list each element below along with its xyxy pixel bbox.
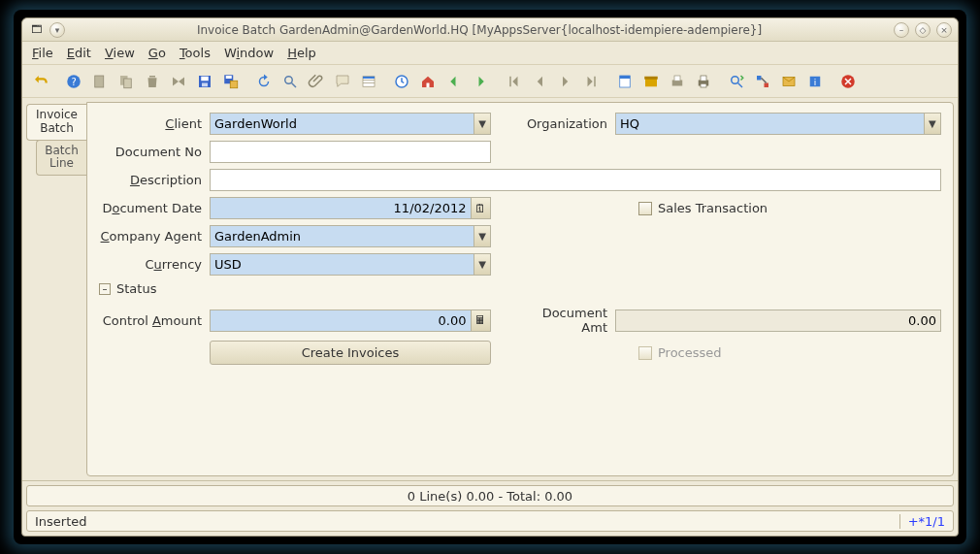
svg-rect-18: [427, 82, 430, 87]
companyagent-input[interactable]: [211, 226, 474, 246]
side-tabs: Invoice Batch Batch Line: [26, 102, 86, 476]
currency-input[interactable]: [211, 254, 474, 275]
svg-line-29: [738, 82, 743, 87]
content-area: Invoice Batch Batch Line Client ▼ Organi…: [22, 98, 958, 480]
organization-field[interactable]: ▼: [615, 113, 941, 135]
svg-rect-6: [201, 76, 209, 81]
client-label: Client: [99, 116, 206, 131]
menu-window[interactable]: Window: [224, 46, 274, 60]
find-icon[interactable]: [278, 69, 303, 94]
documentno-field[interactable]: [210, 141, 491, 163]
menu-go[interactable]: Go: [148, 46, 166, 60]
documentamt-value: [616, 310, 940, 331]
grid-toggle-icon[interactable]: [356, 69, 381, 94]
client-input[interactable]: [211, 114, 474, 134]
save-icon[interactable]: [192, 69, 217, 94]
svg-rect-26: [701, 76, 706, 81]
chat-icon[interactable]: [330, 69, 355, 94]
workflow-icon[interactable]: [750, 69, 775, 94]
save-create-icon[interactable]: [218, 69, 244, 94]
dropdown-icon[interactable]: ▼: [474, 114, 490, 134]
dropdown-icon[interactable]: ▼: [924, 114, 940, 134]
documentdate-field[interactable]: 🗓: [210, 197, 491, 219]
organization-input[interactable]: [616, 114, 924, 134]
tab-label: Batch: [45, 144, 79, 157]
status-group[interactable]: – Status: [99, 281, 941, 296]
controlamount-input[interactable]: [211, 310, 471, 331]
calendar-icon[interactable]: 🗓: [471, 198, 490, 218]
delete-selection-icon[interactable]: [166, 69, 191, 94]
form-panel: Client ▼ Organization ▼ Document No Des: [86, 102, 954, 476]
undo-icon[interactable]: [28, 69, 53, 94]
controlamount-field[interactable]: 🖩: [210, 310, 491, 332]
refresh-icon[interactable]: [251, 69, 277, 94]
help-icon[interactable]: ?: [61, 69, 86, 94]
calculator-icon[interactable]: 🖩: [471, 310, 490, 331]
window-menu-button[interactable]: ▾: [49, 22, 65, 38]
companyagent-field[interactable]: ▼: [210, 225, 491, 247]
svg-text:i: i: [814, 77, 817, 86]
create-invoices-button[interactable]: Create Invoices: [210, 341, 491, 365]
product-info-icon[interactable]: i: [802, 69, 828, 94]
forward-icon[interactable]: [468, 69, 493, 94]
client-field[interactable]: ▼: [210, 113, 491, 135]
svg-line-12: [292, 82, 297, 87]
svg-line-32: [762, 78, 767, 82]
currency-field[interactable]: ▼: [210, 253, 491, 276]
description-label: Description: [99, 173, 206, 187]
collapse-icon[interactable]: –: [99, 283, 111, 295]
svg-rect-16: [363, 76, 375, 78]
svg-text:?: ?: [71, 76, 76, 86]
home-icon[interactable]: [415, 69, 441, 94]
prev-icon[interactable]: [527, 69, 552, 94]
companyagent-label: Company Agent: [99, 229, 206, 244]
dropdown-icon[interactable]: ▼: [474, 254, 490, 275]
svg-rect-22: [644, 76, 658, 79]
record-indicator[interactable]: +*1/1: [899, 514, 953, 529]
delete-icon[interactable]: [140, 69, 165, 94]
back-icon[interactable]: [441, 69, 467, 94]
minimize-button[interactable]: –: [894, 22, 909, 38]
documentno-input[interactable]: [211, 142, 490, 162]
last-icon[interactable]: [579, 69, 604, 94]
svg-rect-4: [124, 79, 132, 88]
tab-invoice-batch[interactable]: Invoice Batch: [26, 104, 86, 141]
menu-tools[interactable]: Tools: [180, 46, 211, 60]
footer: 0 Line(s) 0.00 - Total: 0.00 Inserted +*…: [22, 480, 958, 536]
menu-help[interactable]: Help: [287, 46, 316, 60]
menu-edit[interactable]: Edit: [67, 46, 91, 60]
description-input[interactable]: [211, 170, 940, 190]
copy-icon[interactable]: [114, 69, 139, 94]
close-icon[interactable]: [835, 69, 861, 94]
tab-label: Batch: [40, 121, 74, 135]
documentamt-label: Document Amt: [514, 306, 611, 335]
svg-rect-10: [230, 81, 238, 88]
request-icon[interactable]: [776, 69, 801, 94]
maximize-button[interactable]: ◇: [915, 22, 931, 38]
zoom-across-icon[interactable]: [724, 69, 749, 94]
print-preview-icon[interactable]: [665, 69, 690, 94]
tab-batch-line[interactable]: Batch Line: [36, 140, 86, 177]
print-icon[interactable]: [691, 69, 716, 94]
next-icon[interactable]: [553, 69, 578, 94]
status-bar: Inserted +*1/1: [26, 510, 954, 532]
salestransaction-label: Sales Transaction: [658, 201, 768, 215]
new-icon[interactable]: [87, 69, 113, 94]
report-icon[interactable]: [612, 69, 637, 94]
toolbar: ? i: [22, 65, 958, 98]
dropdown-icon[interactable]: ▼: [474, 226, 490, 246]
menu-file[interactable]: File: [32, 46, 53, 60]
svg-rect-30: [757, 76, 762, 81]
archive-icon[interactable]: [638, 69, 664, 94]
svg-rect-27: [701, 83, 706, 87]
status-group-label: Status: [116, 281, 156, 296]
history-icon[interactable]: [389, 69, 414, 94]
organization-label: Organization: [514, 116, 611, 131]
menu-view[interactable]: View: [105, 46, 135, 60]
salestransaction-checkbox[interactable]: Sales Transaction: [638, 201, 768, 215]
documentdate-input[interactable]: [211, 198, 471, 218]
first-icon[interactable]: [501, 69, 526, 94]
close-button[interactable]: ×: [936, 22, 952, 38]
description-field[interactable]: [210, 169, 941, 191]
attachment-icon[interactable]: [304, 69, 329, 94]
